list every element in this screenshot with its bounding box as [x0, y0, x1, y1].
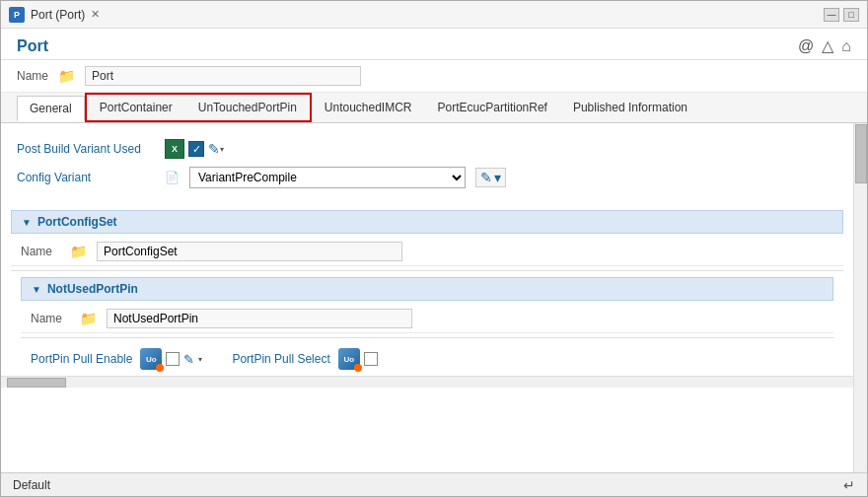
port-config-set-title: PortConfigSet — [37, 215, 117, 229]
dropdown-arrow-icon: ▾ — [220, 145, 224, 154]
content-area: Port @ △ ⌂ Name 📁 General PortContainer … — [1, 29, 867, 472]
plugin-icon-label-2: Uo — [343, 355, 354, 364]
portpin-pull-enable-item: PortPin Pull Enable Uo ✎ ▾ — [31, 348, 202, 370]
pull-enable-dropdown-arrow-icon[interactable]: ▾ — [198, 355, 202, 364]
window-title: Port (Port) — [31, 8, 85, 22]
post-build-variant-label: Post Build Variant Used — [17, 142, 155, 156]
config-pencil-icon: ✎ — [480, 170, 492, 185]
maximize-button[interactable]: □ — [843, 8, 859, 22]
portpin-pull-select-label: PortPin Pull Select — [232, 352, 329, 366]
plugin-icon-label: Uo — [146, 355, 157, 364]
portpin-pull-select-item: PortPin Pull Select Uo — [232, 348, 377, 370]
home-icon[interactable]: △ — [822, 36, 833, 55]
header-icons: @ △ ⌂ — [798, 36, 851, 55]
tab-general[interactable]: General — [17, 96, 85, 121]
not-used-port-pin-name-input[interactable] — [107, 309, 412, 328]
config-pencil-dropdown[interactable]: ✎ ▾ — [475, 168, 506, 187]
portpin-pull-enable-controls: Uo ✎ ▾ — [140, 348, 202, 370]
port-config-set-section: ▼ PortConfigSet Name 📁 ▼ NotUsedPortPin — [1, 210, 853, 376]
at-icon[interactable]: @ — [798, 37, 814, 55]
tabs: General PortContainer UnTouchedPortPin U… — [17, 93, 851, 122]
config-arrow-icon: ▾ — [494, 170, 501, 185]
port-config-set-name-label: Name — [21, 245, 60, 258]
status-label: Default — [13, 478, 50, 492]
post-build-variant-controls: X ✓ ✎ ▾ — [165, 139, 224, 159]
port-config-set-name-input[interactable] — [97, 242, 402, 261]
tab-untouchedportpin[interactable]: UnTouchedPortPin — [185, 95, 310, 120]
tab-portecucpartitionref[interactable]: PortEcucPartitionRef — [425, 95, 560, 120]
portpin-pull-select-controls: Uo — [338, 348, 378, 370]
not-used-port-pin-title: NotUsedPortPin — [47, 282, 138, 296]
divider-2 — [21, 337, 833, 338]
pencil-dropdown-button[interactable]: ✎ ▾ — [208, 141, 224, 157]
excel-icon-button[interactable]: X — [165, 139, 184, 159]
not-used-port-pin-section: ▼ NotUsedPortPin Name 📁 — [11, 277, 843, 376]
collapse-arrow-icon-2: ▼ — [32, 284, 41, 295]
tab-untouchedimcr[interactable]: UntouchedIMCR — [312, 95, 425, 120]
collapse-arrow-icon: ▼ — [22, 217, 32, 228]
port-config-set-name-row: Name 📁 — [11, 238, 843, 266]
check-button[interactable]: ✓ — [188, 141, 204, 157]
plugin-icon-select[interactable]: Uo — [338, 348, 360, 370]
tabs-container: General PortContainer UnTouchedPortPin U… — [1, 93, 867, 123]
main-window: P Port (Port) ✕ — □ Port @ △ ⌂ Name 📁 — [0, 0, 868, 497]
folder-icon-notused: 📁 — [80, 311, 97, 326]
config-variant-row: Config Variant 📄 VariantPreCompile Varia… — [17, 163, 837, 192]
vertical-scrollbar[interactable] — [853, 123, 867, 472]
post-build-variant-row: Post Build Variant Used X ✓ ✎ ▾ — [17, 135, 837, 163]
title-bar-controls: — □ — [824, 8, 859, 22]
tab-portcontainer[interactable]: PortContainer — [87, 95, 185, 120]
app-icon: P — [9, 7, 25, 23]
tab-published[interactable]: Published Information — [560, 95, 700, 120]
not-used-port-pin-name-row: Name 📁 — [21, 305, 833, 333]
status-arrow-icon[interactable]: ↵ — [843, 477, 855, 493]
plugin-icon-enable[interactable]: Uo — [140, 348, 162, 370]
name-label: Name — [17, 69, 48, 83]
properties-area: Post Build Variant Used X ✓ ✎ ▾ Config — [1, 123, 853, 204]
horizontal-scrollbar[interactable] — [1, 376, 853, 388]
divider-1 — [11, 270, 843, 271]
config-variant-select[interactable]: VariantPreCompile VariantPostBuild Varia… — [189, 167, 466, 188]
main-content: Post Build Variant Used X ✓ ✎ ▾ Config — [1, 123, 853, 472]
tab-close-button[interactable]: ✕ — [91, 8, 100, 21]
pull-enable-pencil-icon[interactable]: ✎ — [183, 352, 194, 367]
portpin-pull-enable-label: PortPin Pull Enable — [31, 352, 132, 366]
highlighted-tab-group: PortContainer UnTouchedPortPin — [85, 93, 312, 122]
minimize-button[interactable]: — — [824, 8, 839, 22]
v-scrollbar-thumb[interactable] — [855, 124, 867, 183]
name-input[interactable] — [85, 66, 361, 86]
config-variant-label: Config Variant — [17, 171, 155, 184]
not-used-port-pin-name-label: Name — [31, 312, 70, 325]
name-row: Name 📁 — [1, 60, 867, 93]
title-bar: P Port (Port) ✕ — □ — [1, 1, 867, 29]
title-bar-left: P Port (Port) ✕ — [9, 7, 100, 23]
page-header: Port @ △ ⌂ — [1, 29, 867, 60]
pencil-icon: ✎ — [208, 141, 220, 157]
folder-icon: 📁 — [58, 68, 75, 84]
folder-icon-portconfigset: 📁 — [70, 244, 87, 259]
page-title: Port — [17, 37, 48, 55]
h-scrollbar-thumb[interactable] — [7, 378, 66, 388]
portpin-controls-row: PortPin Pull Enable Uo ✎ ▾ — [21, 342, 833, 376]
doc-icon: 📄 — [165, 171, 180, 184]
house-icon[interactable]: ⌂ — [841, 37, 851, 55]
not-used-port-pin-header[interactable]: ▼ NotUsedPortPin — [21, 277, 833, 301]
pull-select-checkbox[interactable] — [364, 352, 378, 366]
main-panel: Post Build Variant Used X ✓ ✎ ▾ Config — [1, 123, 867, 472]
pull-enable-checkbox[interactable] — [166, 352, 180, 366]
port-config-set-header[interactable]: ▼ PortConfigSet — [11, 210, 843, 234]
status-bar: Default ↵ — [1, 472, 867, 496]
